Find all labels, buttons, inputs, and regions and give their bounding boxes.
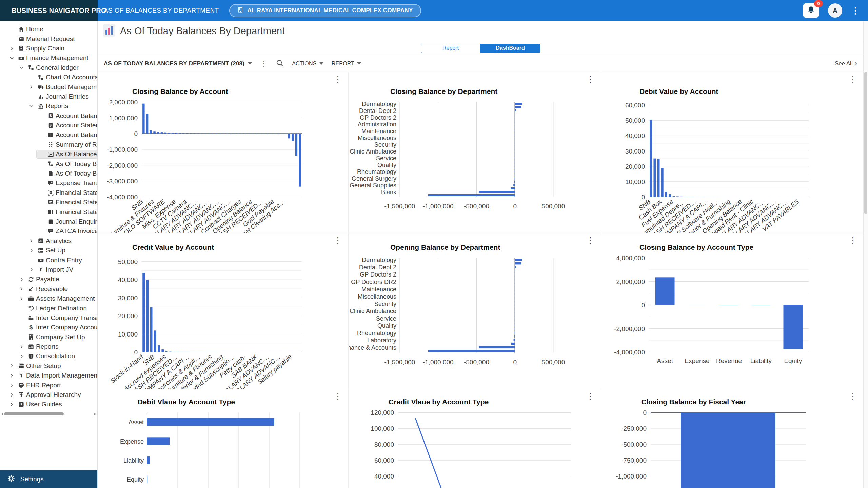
svg-text:General Supplies: General Supplies: [350, 182, 396, 189]
sidebar-item-receivable[interactable]: Receivable: [0, 284, 97, 294]
sidebar-item-journal-enquiry[interactable]: Journal Enquiry: [0, 217, 97, 226]
svg-text:Closing Balance by Fiscal Year: Closing Balance by Fiscal Year: [641, 398, 746, 406]
sidebar-item-reports[interactable]: Reports: [0, 101, 97, 111]
chevron-right-icon[interactable]: [7, 46, 16, 51]
sidebar-item-account-balances[interactable]: $Account Balances: [0, 111, 97, 121]
svg-text:$: $: [29, 324, 32, 331]
card-menu-icon[interactable]: ⋮: [849, 236, 857, 245]
main-content: As Of Today Balances By Department Repor…: [98, 21, 863, 488]
sidebar-item-summary-of-reven[interactable]: Summary of Reven: [0, 140, 97, 149]
card-menu-icon[interactable]: ⋮: [586, 392, 595, 401]
chevron-right-icon[interactable]: [7, 402, 16, 407]
tab-report[interactable]: Report: [421, 44, 480, 53]
sidebar-item-payable[interactable]: Payable: [0, 274, 97, 284]
sidebar-item-company-set-up[interactable]: Company Set Up: [0, 332, 97, 342]
svg-text:Dermatology: Dermatology: [362, 101, 396, 107]
chevron-down-icon[interactable]: [7, 56, 16, 61]
card-menu-icon[interactable]: ⋮: [586, 236, 595, 245]
svg-text:0: 0: [641, 194, 645, 201]
sidebar-hscrollbar[interactable]: ◂ ▸: [0, 410, 97, 418]
chevron-right-icon[interactable]: [27, 248, 36, 253]
sidebar-item-account-statement[interactable]: Account Statement: [0, 121, 97, 130]
sidebar-item-assets-management[interactable]: Assets Management: [0, 294, 97, 303]
search-icon[interactable]: [276, 59, 284, 68]
scroll-right-icon[interactable]: ▸: [94, 411, 96, 416]
sidebar-item-account-balance-d[interactable]: Account Balance D: [0, 130, 97, 140]
sidebar-item-journal-entries[interactable]: Journal Entries: [0, 92, 97, 101]
sidebar-item-supply-chain[interactable]: Supply Chain: [0, 44, 97, 53]
sidebar-item-as-of-today-balanc[interactable]: As Of Today Balanc: [0, 169, 97, 178]
svg-text:80,000: 80,000: [374, 441, 394, 448]
card-menu-icon[interactable]: ⋮: [334, 236, 342, 245]
chevron-right-icon[interactable]: [17, 296, 26, 301]
chevron-right-icon[interactable]: [27, 267, 36, 272]
hscroll-thumb[interactable]: [4, 412, 64, 415]
card-menu-icon[interactable]: ⋮: [334, 392, 342, 401]
chevron-down-icon[interactable]: [27, 104, 36, 109]
sidebar-item-home[interactable]: Home: [0, 24, 97, 34]
svg-text:0: 0: [641, 302, 645, 309]
chevron-right-icon[interactable]: [7, 392, 16, 398]
sidebar-item-user-guides[interactable]: ?User Guides: [0, 400, 97, 409]
chevron-right-icon[interactable]: [27, 84, 36, 89]
sidebar-item-financial-statemen[interactable]: Financial Statemen: [0, 198, 97, 207]
topbar-kebab-icon[interactable]: ⋮: [851, 6, 860, 15]
chevron-right-icon[interactable]: [17, 286, 26, 291]
chevron-right-icon[interactable]: [27, 238, 36, 243]
sidebar-item-settings[interactable]: Settings: [0, 470, 97, 488]
card-menu-icon[interactable]: ⋮: [334, 75, 342, 83]
chevron-right-icon[interactable]: [7, 363, 16, 368]
chevron-right-icon[interactable]: [17, 344, 26, 349]
sidebar-item-chart-of-accounts[interactable]: Chart Of Accounts: [0, 73, 97, 82]
report-selector[interactable]: AS OF TODAY BALANCES BY DEPARTMENT (208): [104, 60, 252, 67]
svg-text:Miscellaneous: Miscellaneous: [358, 135, 396, 141]
sidebar-item-general-ledger[interactable]: General ledger: [0, 63, 97, 73]
sidebar-item-inter-company-account-map[interactable]: $Inter Company Account Map: [0, 323, 97, 332]
card-menu-icon[interactable]: ⋮: [849, 392, 857, 401]
sidebar-item-as-of-balances-by[interactable]: As Of Balances By: [0, 149, 97, 159]
undo-icon: [26, 305, 36, 311]
upload-icon: [16, 372, 26, 379]
sidebar-item-other-setup[interactable]: Other Setup: [0, 361, 97, 371]
avatar[interactable]: A: [828, 3, 842, 18]
sidebar-item-financial-statemen[interactable]: Financial Statemen: [0, 207, 97, 217]
sidebar-item-ehr-report[interactable]: EHR Report: [0, 380, 97, 390]
chevron-right-icon[interactable]: [7, 373, 16, 378]
vscroll-thumb[interactable]: [864, 72, 867, 214]
tab-dashboard[interactable]: DashBoard: [480, 44, 540, 53]
actions-menu[interactable]: ACTIONS: [292, 61, 323, 67]
sidebar-item-data-import-management[interactable]: Data Import Management: [0, 371, 97, 380]
sidebar-item-inter-company-transaction[interactable]: Inter Company Transaction: [0, 313, 97, 323]
card-menu-icon[interactable]: ⋮: [586, 75, 595, 83]
see-all-link[interactable]: See All ›: [835, 60, 857, 67]
sidebar-item-ledger-defination[interactable]: Ledger Defination: [0, 303, 97, 313]
notifications-button[interactable]: 0: [803, 3, 819, 18]
chevron-right-icon[interactable]: [7, 383, 16, 388]
sidebar-item-expense-transactio[interactable]: Expense Transactio: [0, 178, 97, 188]
chevron-right-icon[interactable]: [17, 277, 26, 282]
svg-text:Blank: Blank: [381, 189, 397, 196]
svg-text:50,000: 50,000: [625, 117, 645, 124]
scroll-left-icon[interactable]: ◂: [1, 411, 3, 416]
sidebar-item-budget-management[interactable]: Budget Management: [0, 82, 97, 92]
sidebar-item-import-jv[interactable]: Import JV: [0, 265, 97, 274]
sidebar-item-as-of-today-balanc[interactable]: As Of Today Balanc: [0, 159, 97, 168]
sidebar-item-contra-entry[interactable]: Contra Entry: [0, 255, 97, 265]
sidebar-item-consolidation[interactable]: Consolidation: [0, 351, 97, 361]
sidebar-item-material-request[interactable]: Material Request: [0, 34, 97, 43]
company-selector[interactable]: AL RAYA INTERNATIONAL MEDICAL COMPLEX CO…: [229, 4, 421, 17]
sidebar-item-reports[interactable]: Reports: [0, 342, 97, 351]
sidebar-item-finance-management[interactable]: Finance Management: [0, 53, 97, 63]
sidebar-item-zatca-invoice-rep[interactable]: ZATCA Invoice Rep: [0, 226, 97, 236]
sidebar-item-set-up[interactable]: Set Up: [0, 246, 97, 255]
svg-text:-4,000,000: -4,000,000: [107, 194, 138, 201]
chevron-right-icon[interactable]: [17, 354, 26, 359]
sidebar-item-approval-hierarchy[interactable]: Approval Hierarchy: [0, 390, 97, 400]
report-menu[interactable]: REPORT: [332, 61, 361, 67]
main-vscrollbar[interactable]: [863, 21, 868, 488]
card-menu-icon[interactable]: ⋮: [849, 75, 857, 83]
sidebar-item-financial-statemen[interactable]: Financial Statemen: [0, 188, 97, 198]
chevron-down-icon[interactable]: [17, 65, 26, 70]
sidebar-item-analytics[interactable]: Analytics: [0, 236, 97, 246]
toolbar-kebab-icon[interactable]: ⋮: [260, 60, 268, 67]
